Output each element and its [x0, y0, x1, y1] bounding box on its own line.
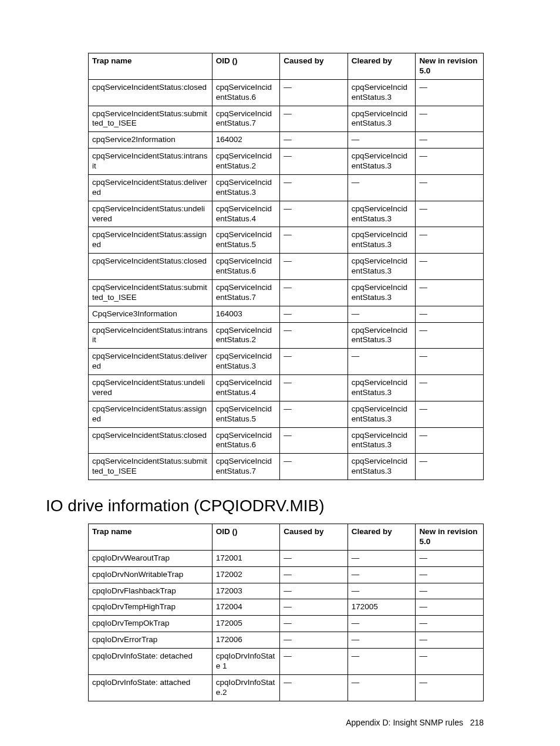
th-trap: Trap name: [89, 524, 212, 551]
cell-oid: 164002: [212, 132, 280, 148]
table-row: cpqIoDrvTempOkTrap172005———: [89, 616, 484, 632]
cell-cleared: cpqServiceIncidentStatus.3: [348, 148, 416, 175]
cell-cleared: 172005: [348, 599, 416, 616]
cell-cleared: cpqServiceIncidentStatus.3: [348, 454, 416, 480]
cell-newin: —: [416, 322, 484, 349]
cell-caused: —: [280, 566, 348, 583]
cell-cleared: —: [348, 632, 416, 649]
cell-cleared: —: [348, 306, 416, 322]
cell-oid: 172001: [212, 550, 280, 566]
cell-trap: cpqServiceIncidentStatus:submitted_to_IS…: [89, 106, 212, 132]
cell-oid: 172005: [212, 616, 280, 632]
th-oid: OID (): [212, 53, 280, 80]
cell-trap: cpqIoDrvNonWritableTrap: [89, 566, 212, 583]
table-row: cpqServiceIncidentStatus:closedcpqServic…: [89, 427, 484, 454]
cell-trap: cpqService2Information: [89, 132, 212, 148]
cell-trap: cpqIoDrvInfoState: detached: [89, 649, 212, 675]
cell-cleared: cpqServiceIncidentStatus.3: [348, 79, 416, 106]
table-row: cpqServiceIncidentStatus:deliveredcpqSer…: [89, 174, 484, 201]
cell-caused: —: [280, 322, 348, 349]
cell-caused: —: [280, 349, 348, 375]
cell-newin: —: [416, 375, 484, 401]
cell-cleared: cpqServiceIncidentStatus.3: [348, 201, 416, 227]
cell-cleared: —: [348, 174, 416, 201]
table-header-row: Trap name OID () Caused by Cleared by Ne…: [89, 53, 484, 80]
table-row: cpqServiceIncidentStatus:intransitcpqSer…: [89, 322, 484, 349]
cell-cleared: cpqServiceIncidentStatus.3: [348, 227, 416, 254]
cell-trap: cpqServiceIncidentStatus:assigned: [89, 401, 212, 427]
cell-newin: —: [416, 349, 484, 375]
cell-cleared: —: [348, 649, 416, 675]
cell-caused: —: [280, 550, 348, 566]
cell-caused: —: [280, 375, 348, 401]
cell-trap: cpqServiceIncidentStatus:closed: [89, 427, 212, 454]
cell-oid: cpqServiceIncidentStatus.4: [212, 201, 280, 227]
cell-oid: cpqServiceIncidentStatus.3: [212, 349, 280, 375]
cell-newin: —: [416, 148, 484, 175]
section-heading-io-drive: IO drive information (CPQIODRV.MIB): [46, 497, 484, 515]
table-row: cpqIoDrvFlashbackTrap172003———: [89, 583, 484, 599]
th-trap: Trap name: [89, 53, 212, 80]
th-caused: Caused by: [280, 53, 348, 80]
cell-caused: —: [280, 306, 348, 322]
cell-caused: —: [280, 599, 348, 616]
cell-caused: —: [280, 427, 348, 454]
table-row: cpqServiceIncidentStatus:submitted_to_IS…: [89, 279, 484, 306]
cell-oid: cpqServiceIncidentStatus.7: [212, 279, 280, 306]
cell-trap: cpqServiceIncidentStatus:undelivered: [89, 201, 212, 227]
cell-trap: cpqIoDrvFlashbackTrap: [89, 583, 212, 599]
cell-oid: cpqServiceIncidentStatus.4: [212, 375, 280, 401]
table-row: cpqServiceIncidentStatus:submitted_to_IS…: [89, 454, 484, 480]
cell-newin: —: [416, 550, 484, 566]
table-row: cpqServiceIncidentStatus:closedcpqServic…: [89, 79, 484, 106]
cell-newin: —: [416, 227, 484, 254]
cell-oid: 172002: [212, 566, 280, 583]
cell-trap: cpqServiceIncidentStatus:assigned: [89, 227, 212, 254]
cell-newin: —: [416, 79, 484, 106]
cell-oid: cpqServiceIncidentStatus.6: [212, 79, 280, 106]
cell-trap: cpqServiceIncidentStatus:closed: [89, 79, 212, 106]
table-row: cpqServiceIncidentStatus:undeliveredcpqS…: [89, 201, 484, 227]
cell-caused: —: [280, 649, 348, 675]
cell-cleared: cpqServiceIncidentStatus.3: [348, 254, 416, 280]
table-row: cpqService2Information164002———: [89, 132, 484, 148]
cell-cleared: —: [348, 616, 416, 632]
cell-caused: —: [280, 674, 348, 701]
cell-oid: cpqIoDrvInfoState.2: [212, 674, 280, 701]
cell-newin: —: [416, 616, 484, 632]
page-footer: Appendix D: Insight SNMP rules 218: [88, 718, 484, 727]
cell-cleared: —: [348, 674, 416, 701]
cell-trap: cpqIoDrvTempOkTrap: [89, 616, 212, 632]
cell-caused: —: [280, 279, 348, 306]
cell-newin: —: [416, 201, 484, 227]
cell-trap: CpqService3Information: [89, 306, 212, 322]
cell-caused: —: [280, 616, 348, 632]
cell-newin: —: [416, 454, 484, 480]
cell-caused: —: [280, 632, 348, 649]
table-row: cpqIoDrvWearoutTrap172001———: [89, 550, 484, 566]
cell-caused: —: [280, 201, 348, 227]
cell-trap: cpqIoDrvErrorTrap: [89, 632, 212, 649]
table-row: cpqIoDrvTempHighTrap172004—172005—: [89, 599, 484, 616]
cell-newin: —: [416, 106, 484, 132]
footer-text: Appendix D: Insight SNMP rules: [346, 718, 463, 727]
cell-newin: —: [416, 306, 484, 322]
cell-oid: 172004: [212, 599, 280, 616]
table-row: cpqIoDrvInfoState: attachedcpqIoDrvInfoS…: [89, 674, 484, 701]
th-cleared: Cleared by: [348, 53, 416, 80]
cell-oid: cpqServiceIncidentStatus.5: [212, 401, 280, 427]
table-row: CpqService3Information164003———: [89, 306, 484, 322]
cell-caused: —: [280, 401, 348, 427]
cell-caused: —: [280, 132, 348, 148]
table-row: cpqServiceIncidentStatus:closedcpqServic…: [89, 254, 484, 280]
cell-cleared: cpqServiceIncidentStatus.3: [348, 375, 416, 401]
th-newin: New in revision 5.0: [416, 524, 484, 551]
cell-caused: —: [280, 254, 348, 280]
cell-oid: cpqServiceIncidentStatus.6: [212, 254, 280, 280]
cell-caused: —: [280, 79, 348, 106]
cell-trap: cpqServiceIncidentStatus:delivered: [89, 174, 212, 201]
cell-cleared: —: [348, 349, 416, 375]
cell-cleared: cpqServiceIncidentStatus.3: [348, 322, 416, 349]
table-row: cpqIoDrvInfoState: detachedcpqIoDrvInfoS…: [89, 649, 484, 675]
cell-oid: cpqServiceIncidentStatus.5: [212, 227, 280, 254]
